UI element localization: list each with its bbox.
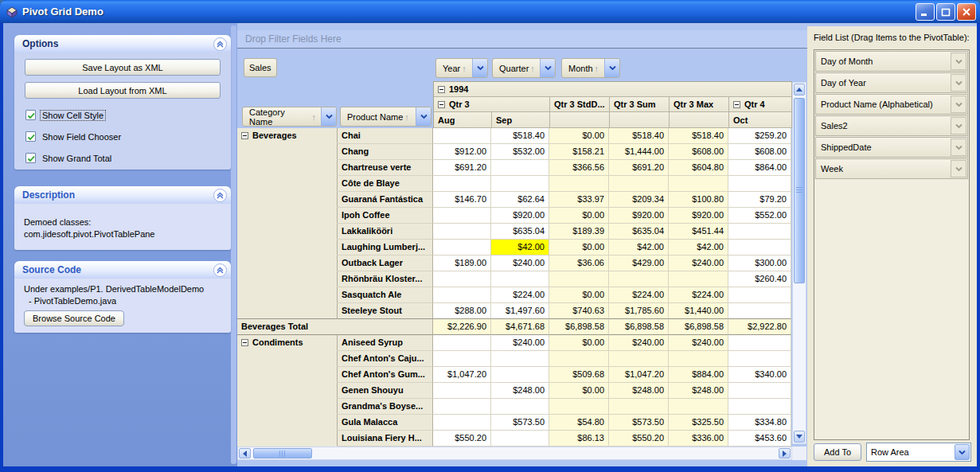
value-cell[interactable] <box>433 383 491 399</box>
value-cell[interactable]: $518.40 <box>609 128 669 144</box>
value-cell[interactable]: $518.40 <box>491 128 549 144</box>
checkbox-checked-icon[interactable] <box>25 131 36 142</box>
close-button[interactable] <box>957 3 976 21</box>
value-cell[interactable]: $0.00 <box>549 287 609 303</box>
collapse-icon[interactable] <box>241 132 248 139</box>
category-cell[interactable] <box>237 160 338 176</box>
value-cell[interactable]: $912.00 <box>433 144 491 160</box>
value-cell[interactable]: $325.50 <box>669 415 728 431</box>
product-cell[interactable]: Laughing Lumberj... <box>338 240 433 256</box>
value-cell[interactable]: $552.00 <box>728 208 791 224</box>
value-cell[interactable]: $550.20 <box>609 431 669 447</box>
value-cell[interactable]: $1,440.00 <box>669 303 728 319</box>
category-cell[interactable] <box>237 367 338 383</box>
horizontal-scrollbar[interactable] <box>237 447 792 460</box>
product-cell[interactable]: Chang <box>338 144 433 160</box>
collapse-chevron-icon[interactable] <box>213 263 227 277</box>
column-field-year[interactable]: Year ↑ <box>435 58 488 78</box>
value-cell[interactable]: $0.00 <box>549 128 609 144</box>
field-item-dropdown[interactable] <box>951 96 966 113</box>
value-cell[interactable]: $36.06 <box>549 256 609 271</box>
value-cell[interactable] <box>728 303 791 319</box>
category-cell[interactable] <box>237 240 338 256</box>
value-cell[interactable]: $2,922.80 <box>728 319 791 335</box>
value-cell[interactable]: $189.39 <box>549 224 609 240</box>
value-cell[interactable]: $288.00 <box>433 303 491 319</box>
header-qtr4[interactable]: Qtr 4 <box>729 97 792 112</box>
field-list-item[interactable]: Product Name (Alphabetical) <box>815 94 968 115</box>
category-cell[interactable] <box>237 176 338 192</box>
value-cell[interactable] <box>609 176 669 192</box>
product-cell[interactable]: Côte de Blaye <box>338 176 433 192</box>
value-cell[interactable]: $920.00 <box>491 208 549 224</box>
value-cell[interactable]: $1,047.20 <box>433 367 491 383</box>
value-cell[interactable]: $1,047.20 <box>609 367 669 383</box>
area-select[interactable]: Row Area <box>866 443 971 462</box>
product-cell[interactable]: Chef Anton's Caju... <box>338 351 433 367</box>
value-cell[interactable]: $240.00 <box>669 335 728 351</box>
value-cell[interactable] <box>549 351 609 367</box>
value-cell[interactable]: $158.21 <box>549 144 609 160</box>
value-cell[interactable]: $189.00 <box>433 256 491 271</box>
category-cell[interactable] <box>237 303 338 319</box>
value-cell[interactable] <box>609 399 669 415</box>
value-cell[interactable] <box>728 399 791 415</box>
category-cell[interactable] <box>237 287 338 303</box>
value-cell[interactable] <box>433 351 491 367</box>
field-list-item[interactable]: Day of Month <box>815 51 968 72</box>
value-cell[interactable]: $884.00 <box>669 367 728 383</box>
area-select-dropdown[interactable] <box>955 444 970 460</box>
collapse-chevron-icon[interactable] <box>213 189 227 202</box>
value-cell[interactable]: $0.00 <box>549 383 609 399</box>
checkbox-show-cell-style[interactable]: Show Cell Style <box>25 108 231 122</box>
app-icon[interactable] <box>6 6 18 18</box>
value-cell[interactable] <box>491 271 549 287</box>
value-cell[interactable] <box>433 399 491 415</box>
category-cell[interactable] <box>237 351 338 367</box>
category-cell[interactable] <box>237 208 338 224</box>
value-cell[interactable] <box>728 351 791 367</box>
scroll-down-button[interactable] <box>794 431 805 443</box>
filter-drop-zone[interactable]: Drop Filter Fields Here <box>237 30 807 49</box>
value-cell[interactable]: $1,785.60 <box>609 303 669 319</box>
value-cell[interactable]: $248.00 <box>609 383 669 399</box>
load-layout-button[interactable]: Load Layout from XML <box>25 82 221 99</box>
column-field-month[interactable]: Month ↑ <box>561 58 620 78</box>
browse-source-button[interactable]: Browse Source Code <box>24 310 124 326</box>
product-cell[interactable]: Outback Lager <box>338 256 433 271</box>
value-cell[interactable]: $240.00 <box>491 256 549 271</box>
save-layout-button[interactable]: Save Layout as XML <box>25 59 221 76</box>
category-cell[interactable] <box>237 144 338 160</box>
vertical-scroll-thumb[interactable] <box>794 98 805 283</box>
value-cell[interactable]: $336.00 <box>669 431 728 447</box>
value-cell[interactable]: $6,898.58 <box>609 319 669 335</box>
value-cell[interactable]: $429.00 <box>609 256 669 271</box>
value-cell[interactable]: $240.00 <box>491 335 549 351</box>
value-cell[interactable]: $573.50 <box>609 415 669 431</box>
field-list-item[interactable]: Day of Year <box>815 72 968 93</box>
value-cell[interactable]: $604.80 <box>669 160 728 176</box>
year-header-1994[interactable]: 1994 <box>434 82 792 97</box>
month-filter-dropdown[interactable] <box>604 59 619 77</box>
category-cell[interactable] <box>237 224 338 240</box>
collapse-icon[interactable] <box>241 339 248 346</box>
field-item-dropdown[interactable] <box>951 53 966 70</box>
minimize-button[interactable] <box>916 3 935 21</box>
value-cell[interactable] <box>491 176 549 192</box>
header-qtr3-sum[interactable]: Qtr 3 Sum <box>610 97 670 112</box>
value-cell[interactable]: $451.44 <box>669 224 728 240</box>
checkbox-checked-icon[interactable] <box>25 153 36 163</box>
category-filter-dropdown[interactable] <box>321 107 336 126</box>
value-cell[interactable]: $1,497.60 <box>491 303 549 319</box>
value-cell[interactable]: $209.34 <box>609 192 669 208</box>
data-field-sales[interactable]: Sales <box>244 58 277 77</box>
value-cell[interactable]: $224.00 <box>491 287 549 303</box>
collapse-chevron-icon[interactable] <box>213 37 227 51</box>
checkbox-show-field-chooser[interactable]: Show Field Chooser <box>25 130 231 143</box>
product-cell[interactable]: Grandma's Boyse... <box>338 399 433 415</box>
value-cell[interactable]: $635.04 <box>491 224 549 240</box>
value-cell[interactable] <box>433 335 491 351</box>
checkbox-show-grand-total[interactable]: Show Grand Total <box>25 151 231 165</box>
value-cell[interactable] <box>549 271 609 287</box>
header-qtr3[interactable]: Qtr 3 <box>434 97 550 112</box>
